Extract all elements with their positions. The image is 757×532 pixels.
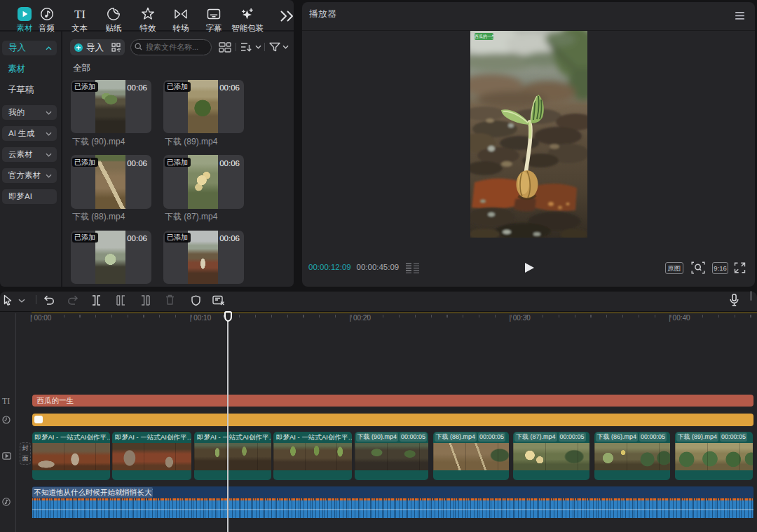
svg-text:TI: TI [74, 8, 85, 21]
